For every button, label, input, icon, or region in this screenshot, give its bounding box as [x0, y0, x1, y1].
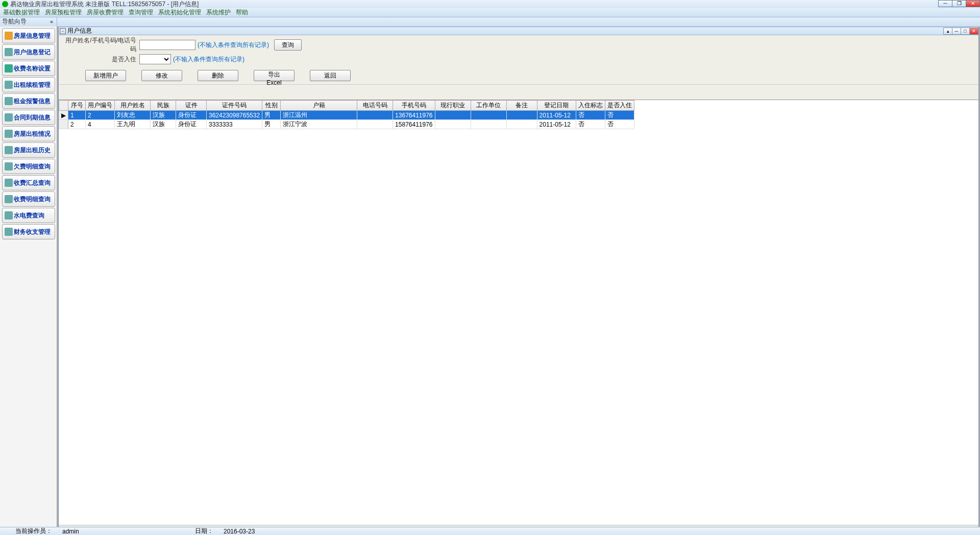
- sidebar-item-contract-expire[interactable]: 合同到期信息: [2, 110, 55, 125]
- sidebar-item-fee-detail[interactable]: 收费明细查询: [2, 191, 55, 207]
- cell: 否: [576, 120, 605, 129]
- menu-maint[interactable]: 系统维护: [206, 8, 231, 17]
- menu-prerent[interactable]: 房屋预租管理: [45, 8, 82, 17]
- operator-value: admin: [62, 528, 124, 535]
- sidebar-item-rent-history[interactable]: 房屋出租历史: [2, 142, 55, 158]
- search-input-name[interactable]: [139, 40, 195, 50]
- date-label: 日期：: [195, 527, 213, 535]
- edit-button[interactable]: 修改: [141, 70, 182, 81]
- column-header[interactable]: 证件号码: [207, 101, 262, 111]
- cell: 否: [605, 120, 634, 129]
- window-controls: ─ ❐ ✕: [939, 0, 980, 7]
- minimize-button[interactable]: ─: [938, 0, 952, 7]
- sidebar-item-label: 收费明细查询: [14, 195, 51, 204]
- cell: 汉族: [151, 111, 176, 120]
- column-header[interactable]: 序号: [68, 101, 86, 111]
- cell: [471, 120, 506, 129]
- column-header[interactable]: 工作单位: [471, 101, 506, 111]
- statusbar: 当前操作员： admin 日期： 2016-03-23: [0, 527, 980, 535]
- add-user-button[interactable]: 新增用户: [85, 70, 126, 81]
- sidebar-item-label: 财务收支管理: [14, 228, 51, 236]
- menu-query[interactable]: 查询管理: [129, 8, 153, 17]
- sidebar-item-fee-summary[interactable]: 收费汇总查询: [2, 175, 55, 190]
- child-maximize-button[interactable]: □: [961, 28, 970, 35]
- delete-button[interactable]: 删除: [198, 70, 238, 81]
- data-grid[interactable]: 序号用户编号用户姓名民族证件证件号码性别户籍电话号码手机号码现行职业工作单位备注…: [59, 100, 978, 524]
- column-header[interactable]: 是否入住: [605, 101, 634, 111]
- column-header[interactable]: 证件: [176, 101, 207, 111]
- cell: 362423098765532: [207, 111, 262, 120]
- sidebar-item-user-reg[interactable]: 用户信息登记: [2, 44, 55, 60]
- column-header[interactable]: 民族: [151, 101, 176, 111]
- column-header[interactable]: 电话号码: [357, 101, 393, 111]
- sidebar-item-arrears[interactable]: 欠费明细查询: [2, 159, 55, 174]
- sidebar-item-label: 租金报警信息: [14, 97, 51, 106]
- contract-icon: [5, 113, 13, 121]
- column-header[interactable]: 户籍: [281, 101, 357, 111]
- column-header[interactable]: 备注: [506, 101, 537, 111]
- cell: 汉族: [151, 120, 176, 129]
- child-up-button[interactable]: ▴: [943, 28, 952, 35]
- cell: [506, 120, 537, 129]
- cell: [506, 111, 537, 120]
- summary-icon: [5, 179, 13, 187]
- close-button[interactable]: ✕: [966, 0, 980, 7]
- child-window-title: 用户信息: [67, 27, 92, 35]
- sidebar-item-house-info[interactable]: 房屋信息管理: [2, 28, 55, 43]
- cell: 2: [86, 111, 115, 120]
- query-button[interactable]: 查询: [274, 39, 302, 51]
- arrears-icon: [5, 162, 13, 171]
- column-header[interactable]: 入住标志: [576, 101, 605, 111]
- export-excel-button[interactable]: 导出Excel: [254, 70, 295, 81]
- cell: 男: [262, 111, 281, 120]
- cell: 2011-05-12: [537, 120, 576, 129]
- menu-basic[interactable]: 基础数据管理: [3, 8, 40, 17]
- child-titlebar: - 用户信息 ▴ ─ □ ✕: [59, 27, 978, 35]
- column-header[interactable]: 登记日期: [537, 101, 576, 111]
- user-icon: [5, 48, 13, 56]
- utility-icon: [5, 211, 13, 220]
- column-header[interactable]: 现行职业: [435, 101, 471, 111]
- back-button[interactable]: 返回: [310, 70, 351, 81]
- sidebar-item-fee-name[interactable]: 收费名称设置: [2, 61, 55, 76]
- sidebar-item-utility[interactable]: 水电费查询: [2, 208, 55, 223]
- cell: 2: [68, 120, 86, 129]
- app-icon: [2, 1, 8, 7]
- checkin-select[interactable]: [139, 54, 171, 64]
- sidebar-item-label: 房屋出租情况: [14, 130, 51, 138]
- restore-icon[interactable]: -: [60, 28, 66, 34]
- menu-fees[interactable]: 房屋收费管理: [87, 8, 124, 17]
- window-title: 易达物业房屋出租管理系统 未注册版 TELL:15825675057 - [用户…: [10, 0, 199, 9]
- cell: 1: [68, 111, 86, 120]
- sidebar-collapse-button[interactable]: «: [50, 18, 53, 25]
- search-label-checkin: 是否入住: [65, 55, 136, 64]
- nav-title: 导航向导: [0, 17, 57, 27]
- sidebar-item-lease[interactable]: 出租续租管理: [2, 77, 55, 92]
- column-header[interactable]: 性别: [262, 101, 281, 111]
- column-header[interactable]: 手机号码: [393, 101, 435, 111]
- table-row[interactable]: ▶12刘友忠汉族身份证362423098765532男浙江温州136764119…: [59, 111, 634, 120]
- menu-init[interactable]: 系统初始化管理: [158, 8, 201, 17]
- sidebar-item-label: 收费汇总查询: [14, 179, 51, 187]
- cell: 否: [576, 111, 605, 120]
- sidebar-item-rent-alert[interactable]: 租金报警信息: [2, 93, 55, 109]
- column-header[interactable]: 用户编号: [86, 101, 115, 111]
- sidebar-item-rent-status[interactable]: 房屋出租情况: [2, 126, 55, 141]
- child-close-button[interactable]: ✕: [969, 28, 978, 35]
- sidebar-item-label: 欠费明细查询: [14, 162, 51, 171]
- sidebar-item-label: 收费名称设置: [14, 64, 51, 73]
- cell: 身份证: [176, 111, 207, 120]
- alert-icon: [5, 97, 13, 105]
- nav-header: 导航向导: [0, 17, 980, 27]
- sidebar-item-finance[interactable]: 财务收支管理: [2, 224, 55, 239]
- money-icon: [5, 64, 13, 72]
- table-row[interactable]: 24王九明汉族身份证3333333男浙江宁波158764119762011-05…: [59, 120, 634, 129]
- maximize-button[interactable]: ❐: [952, 0, 966, 7]
- search-label-name: 用户姓名/手机号码/电话号码: [65, 36, 136, 54]
- lease-icon: [5, 81, 13, 89]
- operator-label: 当前操作员：: [15, 527, 52, 535]
- column-header[interactable]: 用户姓名: [115, 101, 151, 111]
- child-minimize-button[interactable]: ─: [952, 28, 961, 35]
- menu-help[interactable]: 帮助: [236, 8, 248, 17]
- house-icon: [5, 32, 13, 40]
